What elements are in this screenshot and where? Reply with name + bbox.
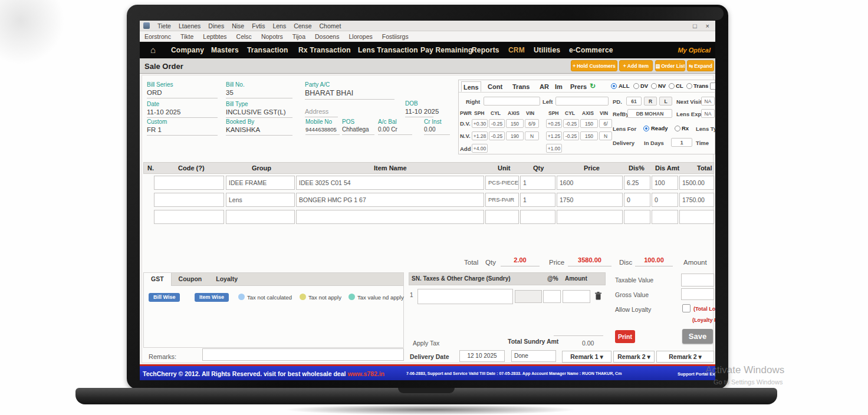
taxable-value-input[interactable]	[681, 274, 714, 286]
home-icon[interactable]: ⌂	[150, 45, 156, 55]
allow-loyalty-checkbox[interactable]	[682, 304, 691, 312]
remark3-dropdown[interactable]: Remark 2 ▾	[656, 351, 714, 363]
cell-item-name[interactable]: IDEE 3025 C01 54	[296, 176, 484, 190]
rx-left-dv-cyl[interactable]: -0.25	[563, 119, 579, 128]
cell-code[interactable]	[154, 193, 224, 207]
cell-group[interactable]: Lens	[226, 193, 295, 207]
tab-trans[interactable]: Trans	[511, 81, 531, 92]
cell-qty[interactable]: 1	[520, 193, 555, 207]
rx-right-nv-axis[interactable]: 190	[506, 131, 524, 140]
hold-customers-button[interactable]: + Hold Customers	[571, 60, 617, 71]
ready-label[interactable]: Ready	[651, 125, 668, 131]
party-ac-field[interactable]: Party A/C BHARAT BHAI	[305, 81, 394, 100]
tab-lens[interactable]: Lens	[461, 81, 481, 92]
delivery-date-input[interactable]: 12 10 2025	[459, 350, 505, 362]
refresh-icon[interactable]: ↻	[590, 82, 596, 90]
tab-im[interactable]: Im	[553, 81, 564, 92]
order-list-button[interactable]: ▤ Order List	[655, 60, 685, 71]
filter-radio-trans[interactable]	[686, 83, 692, 89]
date-field[interactable]: Date 11-10 2025	[147, 101, 218, 118]
maximize-icon[interactable]: □	[693, 22, 697, 29]
nav-item-crm[interactable]: CRM	[508, 46, 525, 54]
menu-item[interactable]: Eorstronc	[144, 33, 171, 40]
filter-label[interactable]: CL	[676, 83, 683, 89]
titlebar-menu[interactable]: Dines	[208, 22, 224, 29]
print-button[interactable]: Print	[615, 330, 635, 343]
remark1-dropdown[interactable]: Remark 1 ▾	[562, 351, 611, 363]
cell-group[interactable]: IDEE FRAME	[226, 176, 295, 190]
rx-right-dv-cyl[interactable]: -0.25	[489, 119, 505, 128]
cell-code[interactable]	[154, 210, 224, 224]
bill-no-field[interactable]: Bill No. 35	[226, 81, 292, 98]
rx-right-nv-sph[interactable]: +1.28	[472, 131, 488, 140]
filter-radio-nv[interactable]	[651, 83, 657, 89]
cell-price[interactable]	[557, 210, 623, 224]
filter-label[interactable]: ALL	[619, 83, 629, 89]
tab-coupon[interactable]: Coupon	[172, 273, 209, 286]
sundry-name-input[interactable]	[417, 289, 513, 304]
menu-item[interactable]: Fostiisrgs	[382, 33, 409, 40]
nav-item-lens-transaction[interactable]: Lens Transaction	[358, 46, 418, 54]
right-eye-input[interactable]	[484, 97, 540, 106]
address-field[interactable]: Address	[305, 108, 338, 117]
cell-price[interactable]: 1600	[557, 176, 623, 190]
tab-ar[interactable]: AR	[538, 81, 551, 92]
rx-right-nv-cyl[interactable]: -0.25	[489, 131, 505, 140]
cell-total[interactable]: 1500.00	[679, 176, 714, 190]
nav-item-rx-transaction[interactable]: Rx Transaction	[298, 46, 351, 54]
rx-right-nv-vn[interactable]: N	[525, 131, 539, 140]
rx-left-dv-axis[interactable]: 150	[580, 119, 598, 128]
close-icon[interactable]: ×	[706, 22, 709, 29]
filter-label[interactable]: NV	[658, 83, 666, 89]
tab-loyalty[interactable]: Loyalty	[209, 273, 245, 286]
booked-by-field[interactable]: Booked By KANISHKA	[226, 118, 292, 136]
pd-input[interactable]: 61	[626, 97, 642, 106]
apply-tax-label[interactable]: Apply Tax	[413, 340, 439, 347]
bill-type-field[interactable]: Bill Type INCLUSIVE GST(L)	[226, 101, 292, 118]
cell-total[interactable]	[679, 210, 714, 224]
cell-dis-pct[interactable]: 0	[624, 193, 650, 207]
rx-right-dv-axis[interactable]: 150	[506, 119, 524, 128]
filter-radio-all[interactable]	[611, 83, 617, 89]
refby-input[interactable]: DB MOHAN	[627, 109, 672, 118]
cell-code[interactable]	[154, 176, 224, 190]
nav-item-utilities[interactable]: Utilities	[534, 46, 560, 54]
remark2-dropdown[interactable]: Remark 2 ▾	[613, 351, 655, 363]
rx-right-dv-vn[interactable]: 6/9	[525, 119, 539, 128]
titlebar-menu[interactable]: Tiete	[157, 22, 171, 29]
add-item-button[interactable]: + Add Item	[619, 60, 653, 71]
rx-left-add[interactable]: +1.00	[546, 144, 562, 153]
rx-right-dv-sph[interactable]: +0.30	[472, 119, 488, 128]
menu-item[interactable]: Nopotrs	[261, 33, 283, 40]
menu-item[interactable]: Celsc	[236, 33, 252, 40]
titlebar-menu[interactable]: Nise	[232, 22, 244, 29]
rx-left-dv-vn[interactable]: 6/	[599, 119, 612, 128]
nav-item-masters[interactable]: Masters	[211, 46, 239, 54]
titlebar-menu[interactable]: Lens	[272, 22, 286, 29]
sundry-pct-input[interactable]	[543, 290, 561, 303]
bill-series-field[interactable]: Bill Series ORD	[147, 81, 218, 98]
filter-radio-dv[interactable]	[633, 83, 639, 89]
tab-gst[interactable]: GST	[144, 273, 172, 286]
cell-dis-amt[interactable]	[652, 210, 678, 224]
cell-dis-pct[interactable]: 6.25	[624, 176, 650, 190]
delivery-days-input[interactable]: 1	[671, 138, 692, 147]
cell-qty[interactable]	[520, 210, 555, 224]
cell-total[interactable]: 1750.00	[679, 193, 714, 207]
rx-left-dv-sph[interactable]: +0.25	[546, 119, 562, 128]
rx-left-nv-axis[interactable]: 150	[580, 131, 598, 140]
filter-label[interactable]: DV	[640, 83, 648, 89]
cell-item-name[interactable]	[296, 210, 484, 224]
titlebar-menu[interactable]: Fvtis	[252, 22, 265, 29]
dob-field[interactable]: DOB 11-10 2025	[405, 100, 433, 117]
next-visit-input[interactable]: NA	[701, 97, 715, 106]
bill-wise-button[interactable]: Bill Wise	[149, 293, 180, 302]
filter-checkbox[interactable]	[710, 83, 715, 90]
nav-item-company[interactable]: Company	[171, 46, 204, 54]
item-wise-button[interactable]: Item Wise	[195, 293, 229, 302]
tab-cont[interactable]: Cont	[486, 81, 504, 92]
cell-dis-amt[interactable]: 100	[652, 176, 678, 190]
rx-left-nv-vn[interactable]: N	[599, 131, 612, 140]
filter-label[interactable]: Trans	[693, 83, 708, 89]
cell-qty[interactable]: 1	[520, 176, 555, 190]
